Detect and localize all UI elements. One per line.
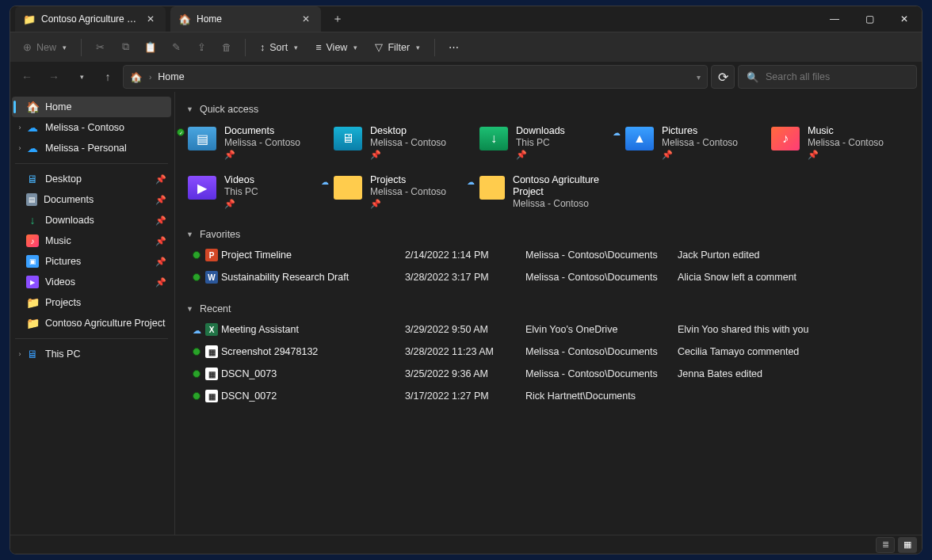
item-sub: Melissa - Contoso	[370, 137, 446, 149]
file-row[interactable]: ▦DSCN_00723/17/2022 1:27 PMRick Hartnett…	[186, 385, 914, 407]
folder-icon: 🖥	[334, 127, 362, 150]
file-location: Rick Hartnett\Documents	[525, 390, 676, 402]
section-favorites[interactable]: ▼ Favorites	[186, 225, 914, 244]
pin-icon[interactable]: 📌	[155, 277, 166, 288]
chevron-down-icon: ▼	[186, 230, 193, 238]
delete-button[interactable]: 🗑	[215, 37, 239, 58]
quick-access-item[interactable]: ☁ProjectsMelissa - Contoso📌	[332, 171, 475, 217]
cloud-icon: ☁	[26, 142, 39, 154]
refresh-icon: ⟳	[718, 70, 728, 85]
sidebar-item-onedrive[interactable]: › ☁ Melissa - Personal	[12, 138, 171, 158]
paste-icon: 📋	[144, 41, 157, 53]
item-sub: Melissa - Contoso	[224, 137, 300, 149]
file-type-icon: ▦	[205, 390, 218, 402]
filter-icon: ▽	[375, 41, 383, 53]
quick-access-grid: ✓▤DocumentsMelissa - Contoso📌🖥DesktopMel…	[186, 122, 914, 217]
paste-button[interactable]: 📋	[139, 36, 162, 58]
sidebar-item-contoso[interactable]: 📁 Contoso Agriculture Project	[12, 313, 171, 333]
sort-label: Sort	[269, 42, 288, 53]
chevron-down-icon: ▼	[186, 105, 193, 113]
cloud-badge-icon: ☁	[321, 177, 329, 186]
chevron-right-icon[interactable]: ›	[15, 144, 25, 152]
sidebar-item-this-pc[interactable]: › 🖥 This PC	[12, 344, 171, 364]
videos-icon	[26, 276, 39, 288]
view-label: View	[327, 42, 348, 53]
quick-access-item[interactable]: ↓DownloadsThis PC📌	[478, 122, 621, 168]
chevron-right-icon[interactable]: ›	[15, 124, 25, 131]
sidebar-item-home[interactable]: 🏠 Home	[12, 97, 171, 117]
close-button[interactable]: ✕	[887, 6, 922, 32]
pin-icon[interactable]: 📌	[155, 174, 166, 185]
section-quick-access[interactable]: ▼ Quick access	[186, 100, 914, 119]
file-row[interactable]: PProject Timeline2/14/2022 1:14 PMMeliss…	[186, 244, 914, 266]
file-row[interactable]: ☁XMeeting Assistant3/29/2022 9:50 AMElvi…	[186, 318, 914, 341]
pin-icon[interactable]: 📌	[155, 195, 166, 205]
sidebar-item-downloads[interactable]: ↓ Downloads 📌	[12, 210, 171, 230]
view-button[interactable]: ≡ View ▾	[307, 37, 365, 58]
sidebar-item-music[interactable]: Music 📌	[12, 230, 171, 251]
tab[interactable]: 🏠 Home ✕	[170, 6, 321, 32]
minimize-button[interactable]: ―	[817, 6, 852, 32]
quick-access-item[interactable]: ✓▤DocumentsMelissa - Contoso📌	[186, 122, 329, 168]
share-button[interactable]: ⇪	[189, 36, 213, 58]
tab-close-icon[interactable]: ✕	[143, 12, 158, 26]
forward-button[interactable]: →	[42, 65, 66, 89]
sidebar-item-onedrive[interactable]: › ☁ Melissa - Contoso	[12, 117, 171, 138]
sidebar-item-pictures[interactable]: Pictures 📌	[12, 251, 171, 272]
file-date: 3/28/2022 3:17 PM	[405, 272, 524, 283]
pin-icon: 📌	[370, 149, 446, 160]
quick-access-item[interactable]: ▶VideosThis PC📌	[186, 171, 329, 217]
divider	[15, 163, 168, 164]
section-title: Quick access	[200, 104, 258, 115]
quick-access-item[interactable]: ☁▲PicturesMelissa - Contoso📌	[624, 122, 766, 168]
sidebar-item-projects[interactable]: 📁 Projects	[12, 292, 171, 313]
file-row[interactable]: ▦DSCN_00733/25/2022 9:36 AMMelissa - Con…	[186, 363, 914, 385]
pin-icon[interactable]: 📌	[155, 257, 166, 267]
breadcrumb[interactable]: Home	[158, 71, 184, 82]
item-name: Projects	[370, 174, 446, 186]
quick-access-item[interactable]: ☁Contoso Agriculture ProjectMelissa - Co…	[478, 171, 621, 217]
sidebar: 🏠 Home › ☁ Melissa - Contoso › ☁ Melissa…	[10, 92, 175, 535]
more-button[interactable]: ⋯	[441, 36, 465, 58]
quick-access-text: DocumentsMelissa - Contoso📌	[224, 125, 300, 160]
copy-button[interactable]: ⧉	[113, 36, 137, 58]
sidebar-item-desktop[interactable]: 🖥 Desktop 📌	[12, 169, 171, 189]
item-name: Videos	[224, 174, 258, 186]
search-box[interactable]: 🔍	[738, 65, 917, 89]
chevron-right-icon[interactable]: ›	[15, 350, 25, 358]
rename-button[interactable]: ✎	[164, 36, 188, 58]
view-icon: ≡	[315, 42, 321, 53]
new-tab-button[interactable]: ＋	[326, 7, 350, 31]
sidebar-label: Melissa - Contoso	[45, 122, 124, 133]
sidebar-label: This PC	[45, 349, 80, 360]
details-view-button[interactable]: ≣	[876, 537, 895, 553]
address-bar[interactable]: 🏠 › Home ▾	[123, 65, 708, 89]
tiles-view-button[interactable]: ▦	[898, 537, 917, 553]
back-button[interactable]: ←	[15, 65, 39, 89]
maximize-button[interactable]: ▢	[852, 6, 887, 32]
quick-access-text: ProjectsMelissa - Contoso📌	[370, 174, 446, 209]
sort-button[interactable]: ↕ Sort ▾	[252, 37, 306, 58]
file-row[interactable]: ▦Screenshot 294781323/28/2022 11:23 AMMe…	[186, 341, 914, 363]
filter-label: Filter	[388, 42, 410, 53]
pin-icon[interactable]: 📌	[155, 236, 166, 246]
sidebar-item-documents[interactable]: ▤ Documents 📌	[12, 189, 171, 210]
filter-button[interactable]: ▽ Filter ▾	[367, 36, 428, 58]
refresh-button[interactable]: ⟳	[711, 65, 735, 89]
tab[interactable]: 📁 Contoso Agriculture Project ✕	[15, 6, 166, 32]
quick-access-item[interactable]: ♪MusicMelissa - Contoso📌	[770, 122, 912, 168]
pin-icon[interactable]: 📌	[155, 215, 166, 226]
file-row[interactable]: WSustainability Research Draft3/28/2022 …	[186, 266, 914, 288]
section-recent[interactable]: ▼ Recent	[186, 299, 914, 318]
quick-access-item[interactable]: 🖥DesktopMelissa - Contoso📌	[332, 122, 475, 168]
up-button[interactable]: ↑	[96, 65, 120, 89]
chevron-down-icon[interactable]: ▾	[697, 73, 701, 82]
sidebar-item-videos[interactable]: Videos 📌	[12, 272, 171, 292]
quick-access-text: MusicMelissa - Contoso📌	[808, 125, 884, 160]
recent-button[interactable]: ▾	[69, 65, 93, 89]
search-input[interactable]	[766, 71, 908, 82]
cut-button[interactable]: ✂	[88, 36, 112, 58]
folder-icon	[479, 176, 505, 200]
new-button[interactable]: ⊕ New ▾	[15, 36, 74, 58]
tab-close-icon[interactable]: ✕	[299, 12, 313, 26]
